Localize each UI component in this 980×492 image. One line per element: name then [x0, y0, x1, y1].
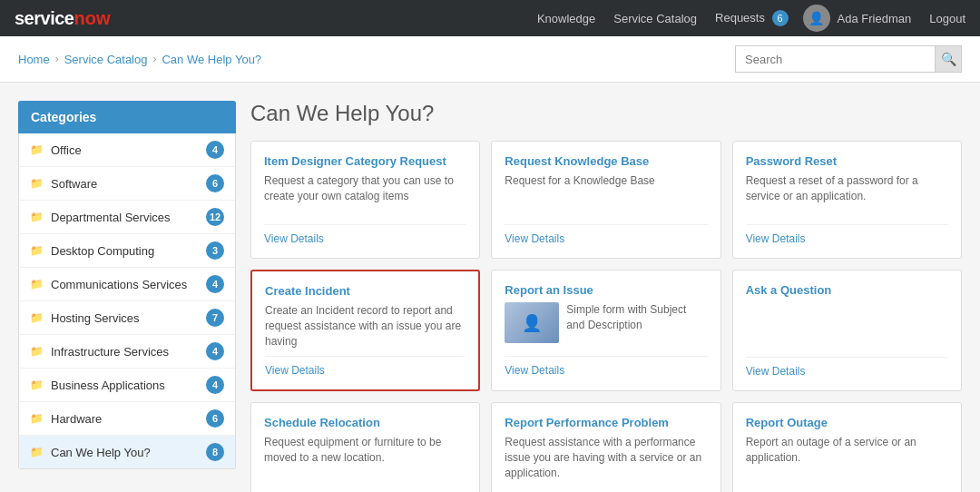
sidebar-item-label: Hosting Services: [51, 311, 199, 325]
card-image-row: 👤 Simple form with Subject and Descripti…: [505, 302, 707, 343]
sidebar-item-business-applications[interactable]: 📁 Business Applications 4: [19, 369, 235, 402]
card-image: 👤: [505, 302, 559, 343]
card-desc: Request a reset of a password for a serv…: [746, 173, 948, 217]
logo-now: now: [74, 8, 110, 29]
sidebar-item-badge: 6: [206, 409, 224, 428]
breadcrumb-home[interactable]: Home: [18, 53, 50, 66]
breadcrumb-current: Can We Help You?: [162, 53, 261, 66]
folder-icon: 📁: [30, 211, 44, 223]
search-button[interactable]: 🔍: [935, 45, 962, 73]
folder-icon: 📁: [30, 143, 44, 156]
card-desc: Simple form with Subject and Description: [566, 302, 707, 333]
main-layout: Categories 📁 Office 4 📁 Software 6 📁 Dep…: [0, 83, 980, 492]
card-desc: Create an Incident record to report and …: [265, 303, 466, 349]
card-report-outage: Report OutageReport an outage of a servi…: [732, 402, 962, 492]
card-ask-a-question: Ask a QuestionView Details: [732, 270, 962, 391]
card-title[interactable]: Ask a Question: [746, 283, 948, 297]
sidebar-item-departmental-services[interactable]: 📁 Departmental Services 12: [19, 201, 235, 234]
card-create-incident: Create IncidentCreate an Incident record…: [250, 270, 480, 391]
sidebar-item-label: Infrastructure Services: [51, 345, 199, 359]
folder-icon: 📁: [30, 244, 44, 257]
card-title[interactable]: Report an Issue: [505, 283, 707, 297]
logout-button[interactable]: Logout: [929, 12, 965, 25]
sidebar-item-can-we-help-you?[interactable]: 📁 Can We Help You? 8: [19, 436, 235, 468]
logo-service: service: [15, 8, 74, 29]
sidebar-list: 📁 Office 4 📁 Software 6 📁 Departmental S…: [18, 133, 236, 469]
search-input[interactable]: [735, 45, 935, 73]
folder-icon: 📁: [30, 311, 44, 324]
card-title[interactable]: Password Reset: [746, 154, 948, 168]
card-title[interactable]: Schedule Relocation: [264, 416, 466, 429]
logo-area: servicenow: [15, 8, 537, 29]
folder-icon: 📁: [30, 412, 44, 425]
sidebar-item-desktop-computing[interactable]: 📁 Desktop Computing 3: [19, 234, 235, 268]
sidebar-item-hardware[interactable]: 📁 Hardware 6: [19, 402, 235, 436]
card-title[interactable]: Report Outage: [746, 416, 948, 429]
cards-grid: Item Designer Category RequestRequest a …: [250, 141, 962, 492]
card-schedule-relocation: Schedule RelocationRequest equipment or …: [250, 402, 480, 492]
card-desc: Request for a Knowledge Base: [505, 173, 707, 217]
sidebar-item-badge: 4: [206, 141, 224, 159]
card-view-details[interactable]: View Details: [505, 356, 707, 377]
folder-icon: 📁: [30, 446, 44, 458]
requests-badge: 6: [772, 10, 789, 26]
card-password-reset: Password ResetRequest a reset of a passw…: [732, 141, 962, 259]
page-title: Can We Help You?: [250, 101, 962, 126]
sidebar-item-hosting-services[interactable]: 📁 Hosting Services 7: [19, 301, 235, 335]
avatar-area: 👤 Ada Friedman Logout: [803, 5, 965, 32]
card-desc: Report an outage of a service or an appl…: [746, 435, 948, 492]
nav-requests[interactable]: Requests 6: [715, 10, 789, 26]
sidebar-item-badge: 8: [206, 443, 224, 461]
card-title[interactable]: Item Designer Category Request: [264, 154, 466, 168]
sidebar: Categories 📁 Office 4 📁 Software 6 📁 Dep…: [18, 101, 236, 492]
sidebar-item-office[interactable]: 📁 Office 4: [19, 133, 235, 167]
sidebar-item-label: Can We Help You?: [51, 446, 199, 459]
sidebar-item-badge: 4: [206, 275, 224, 293]
card-view-details[interactable]: View Details: [746, 224, 948, 245]
sidebar-item-label: Software: [51, 177, 199, 191]
nav-links: Knowledge Service Catalog Requests 6: [537, 10, 789, 26]
sidebar-title: Categories: [18, 101, 236, 133]
folder-icon: 📁: [30, 345, 44, 358]
card-report-an-issue: Report an Issue 👤 Simple form with Subje…: [491, 270, 720, 391]
card-title[interactable]: Request Knowledge Base: [505, 154, 707, 168]
avatar[interactable]: 👤: [803, 5, 830, 32]
search-area: 🔍: [735, 45, 962, 73]
card-desc: Request a category that you can use to c…: [264, 173, 466, 217]
sidebar-item-label: Hardware: [51, 412, 199, 426]
card-title[interactable]: Report Performance Problem: [505, 416, 707, 429]
sidebar-item-label: Business Applications: [51, 379, 199, 392]
breadcrumb-bar: Home › Service Catalog › Can We Help You…: [0, 36, 980, 83]
sidebar-item-badge: 4: [206, 342, 224, 360]
card-desc: [746, 302, 948, 349]
sidebar-item-label: Communications Services: [51, 278, 199, 291]
nav-knowledge[interactable]: Knowledge: [537, 12, 595, 25]
sidebar-item-badge: 12: [206, 208, 224, 226]
card-report-performance-problem: Report Performance ProblemRequest assist…: [491, 402, 720, 492]
top-navigation: servicenow Knowledge Service Catalog Req…: [0, 0, 980, 36]
folder-icon: 📁: [30, 177, 44, 190]
sidebar-item-infrastructure-services[interactable]: 📁 Infrastructure Services 4: [19, 335, 235, 369]
card-view-details[interactable]: View Details: [746, 357, 948, 378]
card-desc: Request equipment or furniture to be mov…: [264, 435, 466, 492]
sidebar-item-badge: 6: [206, 174, 224, 192]
breadcrumb-service-catalog[interactable]: Service Catalog: [64, 53, 148, 66]
sidebar-item-software[interactable]: 📁 Software 6: [19, 167, 235, 201]
card-view-details[interactable]: View Details: [505, 224, 707, 245]
card-request-knowledge-base: Request Knowledge BaseRequest for a Know…: [491, 141, 720, 259]
card-view-details[interactable]: View Details: [265, 356, 466, 377]
nav-service-catalog[interactable]: Service Catalog: [613, 12, 697, 25]
sidebar-item-label: Desktop Computing: [51, 244, 199, 258]
sidebar-item-label: Office: [51, 143, 199, 157]
sidebar-item-badge: 3: [206, 241, 224, 260]
card-desc: Request assistance with a performance is…: [505, 435, 707, 492]
card-view-details[interactable]: View Details: [264, 224, 466, 245]
sidebar-item-badge: 7: [206, 309, 224, 327]
card-title[interactable]: Create Incident: [265, 284, 466, 298]
folder-icon: 📁: [30, 278, 44, 290]
folder-icon: 📁: [30, 379, 44, 391]
user-name: Ada Friedman: [838, 12, 912, 25]
breadcrumb-sep-2: ›: [152, 53, 156, 65]
sidebar-item-label: Departmental Services: [51, 211, 199, 224]
sidebar-item-communications-services[interactable]: 📁 Communications Services 4: [19, 268, 235, 301]
